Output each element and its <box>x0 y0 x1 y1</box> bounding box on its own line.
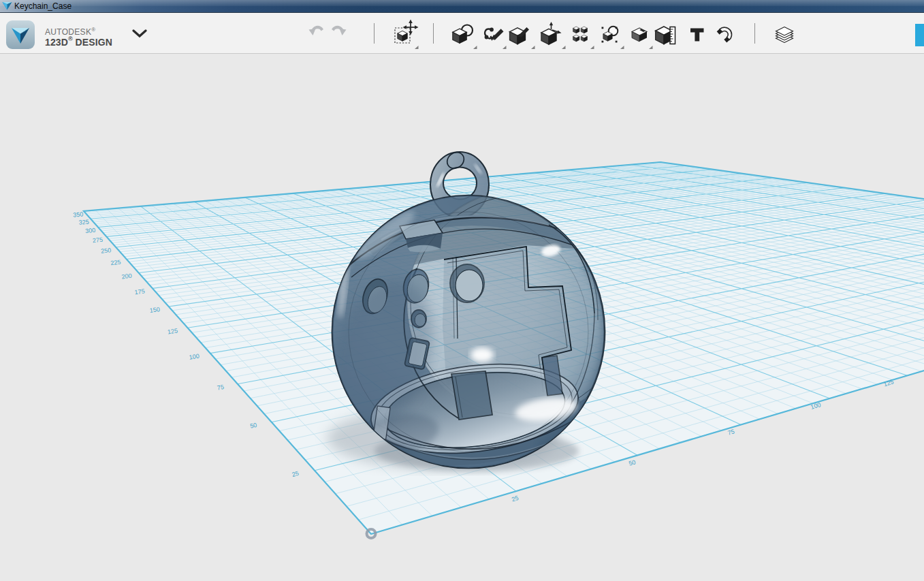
svg-text:25: 25 <box>291 470 300 478</box>
svg-text:50: 50 <box>249 422 257 430</box>
svg-text:200: 200 <box>121 272 132 281</box>
svg-text:50: 50 <box>628 458 636 467</box>
svg-text:100: 100 <box>189 352 200 360</box>
svg-text:250: 250 <box>101 247 112 255</box>
svg-text:75: 75 <box>727 428 735 436</box>
svg-text:325: 325 <box>78 219 89 226</box>
svg-text:75: 75 <box>217 383 225 392</box>
svg-text:275: 275 <box>93 236 103 244</box>
svg-text:175: 175 <box>134 287 145 296</box>
svg-text:25: 25 <box>511 494 519 503</box>
svg-text:150: 150 <box>149 306 160 314</box>
svg-text:350: 350 <box>73 210 84 218</box>
svg-text:125: 125 <box>167 327 178 335</box>
svg-text:225: 225 <box>110 259 121 267</box>
svg-text:300: 300 <box>85 227 96 234</box>
